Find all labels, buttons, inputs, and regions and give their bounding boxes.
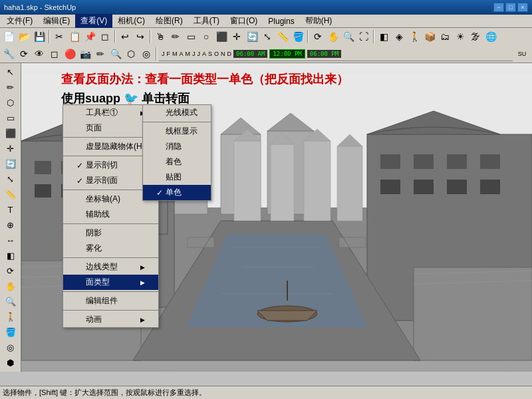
tb2-10[interactable]: ◎ <box>139 47 154 61</box>
dd-animation[interactable]: 动画 ▶ <box>63 312 158 327</box>
lt-move[interactable]: ✛ <box>2 141 19 156</box>
lt-orbit[interactable]: ⟳ <box>2 264 19 279</box>
timeline-bar: J F M A M J J A S O N D 06:00 AM 12:00 P… <box>159 47 513 61</box>
viewport[interactable]: 查看反面办法：查看一面类型一单色（把反面找出来） 使用suapp 🐦 单击转面 … <box>21 63 532 372</box>
tb-circle[interactable]: ○ <box>199 29 213 44</box>
close-button[interactable]: × <box>517 3 528 12</box>
tb-section[interactable]: ◧ <box>376 29 391 44</box>
tb-undo[interactable]: ↩ <box>118 29 132 44</box>
menu-edit[interactable]: 编辑(E) <box>38 14 75 28</box>
toolbar-area: 📄 📂 💾 ✂ 📋 📌 ◻ ↩ ↪ 🖱 ✏ ▭ ○ ⬛ ✛ 🔄 ⤡ 📏 🪣 ⟳ … <box>0 28 532 63</box>
minimize-button[interactable]: − <box>493 3 504 12</box>
tb-push[interactable]: ⬛ <box>214 29 229 44</box>
sub-wireframe[interactable]: 线框显示 <box>143 124 211 139</box>
dd-guides[interactable]: 辅助线 <box>63 207 158 222</box>
tb-line[interactable]: ✏ <box>168 29 183 44</box>
tb-redo[interactable]: ↪ <box>133 29 148 44</box>
main-area: ↖ ✏ ⬡ ▭ ⬛ ✛ 🔄 ⤡ 📏 T ⊕ ↔ ◧ ⟳ ✋ 🔍 🚶 🪣 ◎ ⬢ <box>0 63 532 372</box>
time-morning[interactable]: 06:00 AM <box>233 50 267 58</box>
lt-text[interactable]: T <box>2 202 19 217</box>
lt-select[interactable]: ↖ <box>2 65 19 79</box>
sub-hidden-line[interactable]: 消隐 <box>143 139 211 154</box>
tb2-6[interactable]: 📷 <box>78 47 92 61</box>
tb2-5[interactable]: 🔴 <box>63 47 77 61</box>
sub-sep1 <box>143 122 211 122</box>
tb-rotate[interactable]: 🔄 <box>245 29 259 44</box>
month-j: J <box>162 51 165 57</box>
menu-view[interactable]: 查看(V) <box>75 14 112 28</box>
menu-window[interactable]: 窗口(O) <box>225 14 263 28</box>
dd-edge-style[interactable]: 边线类型 ▶ <box>63 259 158 275</box>
lt-rect[interactable]: ▭ <box>2 110 19 125</box>
tb-erase[interactable]: ◻ <box>98 29 112 44</box>
lt-axes[interactable]: ⊕ <box>2 217 19 232</box>
tb-paint[interactable]: 🪣 <box>291 29 305 44</box>
tb2-su[interactable]: SU <box>513 47 531 61</box>
lt-paint[interactable]: 🪣 <box>2 325 19 340</box>
lt-pencil[interactable]: ✏ <box>2 80 19 94</box>
sub-monochrome[interactable]: ✓单色 <box>143 185 211 200</box>
lt-tape[interactable]: 📏 <box>2 187 19 201</box>
dd-fog[interactable]: 雾化 <box>63 241 158 256</box>
tb2-8[interactable]: 🔍 <box>108 47 123 61</box>
tb2-2[interactable]: ⟳ <box>17 47 31 61</box>
lt-extra2[interactable]: ⬢ <box>2 356 19 370</box>
lt-zoom[interactable]: 🔍 <box>2 295 19 309</box>
sub-xray[interactable]: 光线模式 <box>143 105 211 120</box>
tb-move[interactable]: ✛ <box>229 29 244 44</box>
tb-iso[interactable]: ◈ <box>392 29 406 44</box>
tb2-4[interactable]: ◻ <box>47 47 62 61</box>
lt-extra1[interactable]: ◎ <box>2 340 19 355</box>
lt-eraser[interactable]: ⬡ <box>2 95 19 110</box>
tb2-3[interactable]: 👁 <box>32 47 47 61</box>
tb-scale[interactable]: ⤡ <box>260 29 275 44</box>
tb-copy[interactable]: 📋 <box>67 29 82 44</box>
tb-orbit[interactable]: ⟳ <box>311 29 325 44</box>
menu-plugins[interactable]: Plugins <box>263 15 299 27</box>
tb2-7[interactable]: ✏ <box>93 47 108 61</box>
tb-tape[interactable]: 📏 <box>275 29 290 44</box>
lt-rotate[interactable]: 🔄 <box>2 156 19 171</box>
lt-walk[interactable]: 🚶 <box>2 310 19 325</box>
tb-zoom-ext[interactable]: ⛶ <box>356 29 371 44</box>
time-noon[interactable]: 12:00 PM <box>269 49 305 59</box>
lt-section[interactable]: ◧ <box>2 249 19 263</box>
menu-tools[interactable]: 工具(T) <box>188 14 225 28</box>
svg-rect-31 <box>480 180 500 194</box>
tb2-9[interactable]: ⬡ <box>124 47 138 61</box>
tb-fog[interactable]: 🌫 <box>468 29 483 44</box>
sub-shaded[interactable]: 着色 <box>143 154 211 170</box>
sub-textured[interactable]: 贴图 <box>143 170 211 185</box>
lt-scale[interactable]: ⤡ <box>2 172 19 186</box>
tb-save[interactable]: 💾 <box>32 29 47 44</box>
menu-camera[interactable]: 相机(C) <box>112 14 150 28</box>
tb-zoom[interactable]: 🔍 <box>341 29 356 44</box>
svg-rect-43 <box>188 237 214 247</box>
tb-pan[interactable]: ✋ <box>326 29 340 44</box>
tb-new[interactable]: 📄 <box>1 29 16 44</box>
tb-rect[interactable]: ▭ <box>184 29 198 44</box>
dd-shadow[interactable]: 阴影 <box>63 225 158 241</box>
lt-pan[interactable]: ✋ <box>2 279 19 294</box>
tb-groups[interactable]: 🗂 <box>438 29 452 44</box>
dd-face-style[interactable]: 面类型 ▶ <box>63 275 158 290</box>
tb-geo[interactable]: 🌐 <box>483 29 498 44</box>
month-s: S <box>208 51 212 57</box>
tb-components[interactable]: 📦 <box>422 29 437 44</box>
menu-help[interactable]: 帮助(H) <box>300 14 338 28</box>
tb-open[interactable]: 📂 <box>17 29 31 44</box>
menu-file[interactable]: 文件(F) <box>1 14 38 28</box>
tb-person[interactable]: 🚶 <box>407 29 422 44</box>
maximize-button[interactable]: □ <box>505 3 516 12</box>
dd-edit-component[interactable]: 编辑组件 <box>63 293 158 309</box>
tb-select[interactable]: 🖱 <box>153 29 168 44</box>
time-evening[interactable]: 06:00 PM <box>307 50 341 58</box>
tb-paste[interactable]: 📌 <box>82 29 97 44</box>
tb-shadow[interactable]: ☀ <box>453 29 467 44</box>
tb-cut[interactable]: ✂ <box>52 29 66 44</box>
svg-rect-56 <box>337 146 362 221</box>
lt-dim[interactable]: ↔ <box>2 233 19 248</box>
lt-pushpull[interactable]: ⬛ <box>2 126 19 140</box>
menu-draw[interactable]: 绘图(R) <box>150 14 188 28</box>
tb2-1[interactable]: 🔧 <box>1 47 16 61</box>
